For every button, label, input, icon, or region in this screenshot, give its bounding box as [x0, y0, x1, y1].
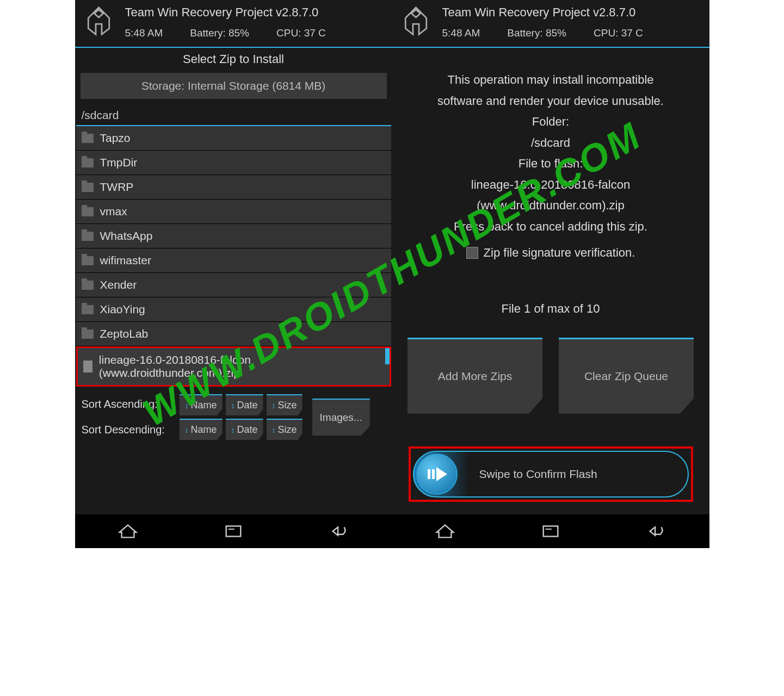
- list-item[interactable]: Tapzo: [76, 126, 391, 151]
- list-item[interactable]: TmpDir: [76, 151, 391, 175]
- folder-icon: [82, 256, 94, 265]
- navbar: [392, 514, 709, 548]
- twrp-logo-icon: [400, 4, 433, 37]
- updown-arrow-icon: ↕: [185, 401, 189, 410]
- status-cpu: CPU: 37 C: [594, 27, 643, 39]
- sort-name-desc-button[interactable]: ↕Name: [180, 419, 223, 440]
- list-item[interactable]: TWRP: [76, 175, 391, 200]
- updown-arrow-icon: ↕: [231, 401, 235, 410]
- sig-verify-label: Zip file signature verification.: [484, 243, 635, 264]
- home-icon[interactable]: [435, 521, 455, 542]
- sort-date-desc-button[interactable]: ↕Date: [226, 419, 263, 440]
- app-title: Team Win Recovery Project v2.8.7.0: [442, 5, 702, 20]
- status-time: 5:48 AM: [442, 27, 480, 39]
- sort-size-asc-button[interactable]: ↕Size: [267, 394, 303, 415]
- app-title: Team Win Recovery Project v2.8.7.0: [125, 5, 385, 20]
- file-icon: [83, 361, 92, 372]
- console-icon[interactable]: [223, 521, 244, 542]
- back-icon[interactable]: [329, 521, 349, 542]
- folder-icon: [82, 134, 94, 143]
- svg-rect-4: [544, 526, 558, 537]
- status-time: 5:48 AM: [125, 27, 163, 39]
- home-icon[interactable]: [118, 521, 138, 542]
- images-button[interactable]: Images...: [312, 399, 370, 436]
- page-subtitle: Select Zip to Install: [75, 48, 392, 71]
- twrp-logo-icon: [83, 4, 115, 37]
- list-item[interactable]: XiaoYing: [76, 297, 391, 322]
- list-item[interactable]: vmax: [76, 200, 391, 224]
- swipe-label: Swipe to Confirm Flash: [479, 468, 597, 481]
- scroll-indicator[interactable]: [385, 348, 390, 364]
- sort-asc-label: Sort Ascending:: [82, 398, 174, 411]
- clear-zip-queue-button[interactable]: Clear Zip Queue: [559, 338, 694, 414]
- swipe-slider[interactable]: Swipe to Confirm Flash: [413, 451, 689, 498]
- file-count-label: File 1 of max of 10: [392, 302, 709, 316]
- add-more-zips-button[interactable]: Add More Zips: [408, 338, 542, 414]
- header: Team Win Recovery Project v2.8.7.0 5:48 …: [392, 0, 709, 47]
- list-item-zip[interactable]: lineage-16.0-20180816-falcon (www.droidt…: [76, 346, 391, 387]
- updown-arrow-icon: ↕: [231, 426, 235, 434]
- folder-icon: [82, 330, 94, 339]
- list-item[interactable]: Xender: [76, 273, 391, 297]
- sort-date-asc-button[interactable]: ↕Date: [226, 394, 263, 415]
- console-icon[interactable]: [540, 521, 561, 542]
- swipe-highlight: Swipe to Confirm Flash: [409, 446, 693, 502]
- file-list[interactable]: Tapzo TmpDir TWRP vmax WhatsApp wifimast…: [75, 126, 392, 387]
- sort-size-desc-button[interactable]: ↕Size: [267, 419, 303, 440]
- folder-icon: [82, 232, 94, 241]
- storage-button[interactable]: Storage: Internal Storage (6814 MB): [81, 73, 387, 99]
- svg-rect-3: [432, 469, 435, 479]
- folder-icon: [82, 281, 94, 290]
- info-block: This operation may install incompatible …: [392, 48, 709, 275]
- svg-rect-0: [226, 526, 241, 537]
- swipe-knob[interactable]: [416, 453, 458, 495]
- updown-arrow-icon: ↕: [272, 401, 276, 410]
- header: Team Win Recovery Project v2.8.7.0 5:48 …: [75, 0, 392, 47]
- sort-name-asc-button[interactable]: ↕Name: [180, 394, 223, 415]
- updown-arrow-icon: ↕: [272, 426, 276, 434]
- status-battery: Battery: 85%: [190, 27, 249, 39]
- folder-icon: [82, 305, 94, 314]
- right-pane: Team Win Recovery Project v2.8.7.0 5:48 …: [392, 0, 709, 548]
- current-path: /sdcard: [75, 104, 392, 125]
- updown-arrow-icon: ↕: [185, 426, 189, 434]
- list-item[interactable]: ZeptoLab: [76, 322, 391, 346]
- back-icon[interactable]: [646, 521, 666, 542]
- folder-icon: [82, 183, 94, 192]
- list-item[interactable]: wifimaster: [76, 248, 391, 273]
- folder-icon: [82, 158, 94, 167]
- left-pane: Team Win Recovery Project v2.8.7.0 5:48 …: [75, 0, 392, 548]
- folder-icon: [82, 207, 94, 216]
- status-battery: Battery: 85%: [507, 27, 566, 39]
- navbar: [75, 514, 392, 548]
- svg-rect-2: [428, 469, 430, 479]
- sig-verify-checkbox[interactable]: [466, 247, 478, 259]
- list-item[interactable]: WhatsApp: [76, 224, 391, 248]
- sort-desc-label: Sort Descending:: [82, 424, 174, 436]
- status-cpu: CPU: 37 C: [276, 27, 326, 39]
